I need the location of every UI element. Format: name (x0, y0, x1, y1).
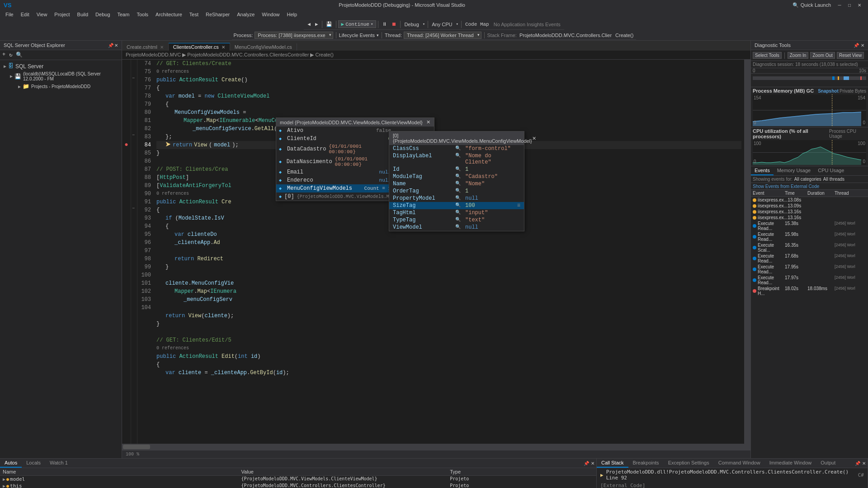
callstack-row-external[interactable]: [External Code] (597, 482, 868, 488)
event-row-6[interactable]: Execute Read... 15.98s[2456] Worl (751, 231, 868, 242)
sql-filter-btn[interactable]: 🔍 (14, 51, 24, 59)
menu-item-test[interactable]: Test (186, 11, 202, 18)
all-categories-dropdown[interactable]: All categories (794, 177, 821, 182)
fold-indicator3[interactable]: − (132, 206, 135, 211)
zoom-in-btn[interactable]: Zoom In (788, 52, 809, 59)
menu-item-window[interactable]: Window (258, 11, 283, 18)
maximize-btn[interactable]: □ (844, 0, 854, 10)
prop-name-item[interactable]: Name 🔍 "Nome" (389, 180, 524, 188)
event-row-4[interactable]: iisexpress.ex... 13.16s (751, 215, 868, 221)
save-btn[interactable]: 💾 (324, 21, 334, 27)
sql-close-btn[interactable]: ✕ (114, 43, 118, 48)
back-btn[interactable]: ◀ (306, 21, 312, 27)
debug-mode-dropdown[interactable]: ▾ (422, 22, 426, 27)
memory-usage-tab[interactable]: Memory Usage (774, 166, 815, 175)
localdb-node[interactable]: ▶ 💾 (localdb)\MSSQLLocalDB (SQL Server 1… (2, 70, 120, 82)
horizontal-scrollbar[interactable] (122, 444, 750, 450)
sql-new-btn[interactable]: + (1, 51, 7, 59)
ac-close-icon[interactable]: ✕ (426, 119, 430, 125)
ac-item-ativo[interactable]: ◆ Ativo false (276, 127, 394, 135)
prop-viewmodel[interactable]: ViewModel 🔍 null (389, 224, 524, 231)
sql-refresh-btn[interactable]: ↻ (8, 51, 14, 59)
autos-tab-locals[interactable]: Locals (22, 459, 45, 468)
callstack-close-btn[interactable]: ✕ (862, 461, 866, 466)
prop-classcss[interactable]: ClassCss 🔍 "form-control" (389, 145, 524, 152)
prop-moduletag[interactable]: ModuleTag 🔍 "Cadastro" (389, 173, 524, 180)
autos-row-model[interactable]: ▶ ● model {ProjetoModeloDDD.MVC.ViewMode… (0, 476, 596, 483)
events-tab[interactable]: Events (751, 166, 774, 175)
diag-close-btn[interactable]: ✕ (861, 43, 864, 48)
tab-create-close[interactable]: ✕ (160, 45, 164, 50)
event-row-10[interactable]: Execute Read... 17.97s[2456] Worl (751, 275, 868, 286)
forward-btn[interactable]: ▶ (313, 21, 320, 27)
event-row-5[interactable]: Execute Read... 15.38s[2456] Worl (751, 221, 868, 231)
diag-pin-btn[interactable]: 📌 (854, 43, 859, 48)
menu-item-resharper[interactable]: ReSharper (202, 11, 233, 18)
ac-item-clienteid[interactable]: ◆ ClienteId 0 (276, 135, 394, 143)
ac-item-email[interactable]: ◆ Email null (276, 168, 394, 176)
prop-taghtml[interactable]: TagHtml 🔍 "input" (389, 209, 524, 216)
vertical-scrollbar[interactable] (744, 60, 750, 444)
command-window-tab[interactable]: Command Window (714, 459, 765, 468)
cpu-usage-tab[interactable]: CPU Usage (814, 166, 848, 175)
code-map-btn[interactable]: Code Map (463, 22, 491, 27)
pause-btn[interactable]: ⏸ (380, 21, 389, 27)
autos-row-this[interactable]: ▶ ● this {ProjetoModeloDDD.MVC.Controlle… (0, 483, 596, 488)
ac-item-datacadastro[interactable]: ◆ DataCadastro {01/01/0001 00:00:00} (276, 143, 394, 155)
event-row-9[interactable]: Execute Read... 17.95s[2456] Worl (751, 264, 868, 275)
menu-item-debug[interactable]: Debug (92, 11, 113, 18)
menu-item-file[interactable]: File (2, 11, 17, 18)
menu-item-build[interactable]: Build (74, 11, 92, 18)
prop-displaylabel[interactable]: DisplayLabel 🔍 "Nome do Cliente" (389, 152, 524, 166)
prop-typetag[interactable]: TypeTag 🔍 "text" (389, 216, 524, 224)
menu-item-tools[interactable]: Tools (133, 11, 152, 18)
select-tools-btn[interactable]: Select Tools (753, 52, 782, 59)
exception-settings-tab[interactable]: Exception Settings (664, 459, 714, 468)
autos-tab-watch1[interactable]: Watch 1 (45, 459, 72, 468)
fold-indicator2[interactable]: − (132, 133, 135, 138)
autos-pin-btn[interactable]: 📌 (584, 461, 589, 466)
autos-close-btn[interactable]: ✕ (591, 461, 594, 466)
show-external-link[interactable]: Show Events from External Code (753, 184, 819, 189)
breakpoints-tab[interactable]: Breakpoints (628, 459, 664, 468)
zoom-out-btn[interactable]: Zoom Out (810, 52, 835, 59)
minimize-btn[interactable]: ─ (835, 0, 844, 10)
prop-id[interactable]: Id 🔍 1 (389, 166, 524, 173)
output-tab[interactable]: Output (816, 459, 840, 468)
tab-clientescontroller-close[interactable]: ✕ (222, 45, 225, 50)
callstack-tab[interactable]: Call Stack (597, 459, 628, 468)
ac-item-datanascimento[interactable]: ◆ DataNascimento {01/01/0001 00:00:00} (276, 155, 394, 168)
menu-item-architecture[interactable]: Architecture (152, 11, 186, 18)
fold-indicator[interactable]: − (132, 76, 135, 81)
snapshot-btn[interactable]: Snapshot (818, 89, 839, 94)
continue-btn[interactable]: ▶ Continue ▾ (338, 20, 377, 28)
thread-dropdown[interactable]: Thread: [2456] Worker Thread ▾ (404, 32, 481, 39)
reset-view-btn[interactable]: Reset View (837, 52, 864, 59)
prop-ordertag[interactable]: OrderTag 🔍 1 (389, 188, 524, 195)
event-row-7[interactable]: Execute Scal... 16.35s[2456] Worl (751, 242, 868, 253)
event-row-3[interactable]: iisexpress.ex... 13.16s (751, 209, 868, 215)
autos-tab-autos[interactable]: Autos (0, 459, 22, 468)
event-row-8[interactable]: Execute Read... 17.68s[2456] Worl (751, 253, 868, 264)
menu-item-help[interactable]: Help (283, 11, 301, 18)
all-threads-dropdown[interactable]: All threads (823, 177, 844, 182)
sql-pin-btn[interactable]: 📌 (108, 43, 113, 48)
code-content[interactable]: // GET: Clientes/Create 0 references pub… (154, 60, 744, 444)
event-row-2[interactable]: iisexpress.ex... 13.09s (751, 203, 868, 209)
ac-item-index[interactable]: ◆ [0] {ProjetoModeloDDD.MVC.ViewModels.M… (276, 192, 394, 201)
tab-menuconfigviewmodel[interactable]: MenuConfigViewModel.cs (230, 43, 297, 51)
menu-item-project[interactable]: Project (51, 11, 73, 18)
event-row-1[interactable]: iisexpress.ex... 13.08s (751, 197, 868, 203)
sql-server-node[interactable]: ▶ 🗄 SQL Server (2, 62, 120, 70)
stop-btn[interactable]: ⏹ (390, 21, 398, 27)
ac-item-menuconfig[interactable]: ◆ MenuConfigViewModels Count = 1 (276, 184, 394, 192)
menu-item-edit[interactable]: Edit (17, 11, 33, 18)
cpu-dropdown[interactable]: ▾ (455, 22, 459, 27)
callstack-row-1[interactable]: ▶ ProjetoModeloDDD.dll!ProjetoModeloDDD.… (597, 468, 868, 482)
projects-node[interactable]: ▶ 📁 Projects - ProjetoModeloDDD (2, 82, 120, 91)
callstack-pin-btn[interactable]: 📌 (855, 461, 860, 466)
process-dropdown[interactable]: Process: [7388] iisexpress.exe ▾ (255, 32, 333, 39)
quick-launch[interactable]: 🔍 Quick Launch (789, 0, 835, 10)
ac-item-endereco[interactable]: ◆ Endereco null (276, 176, 394, 184)
menu-item-team[interactable]: Team (114, 11, 133, 18)
